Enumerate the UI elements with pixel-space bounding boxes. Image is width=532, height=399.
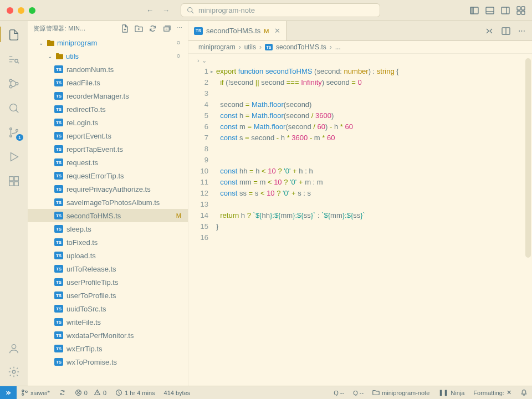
compare-changes-icon[interactable] [485,27,494,35]
file-label: reLogin.ts [66,119,98,127]
svg-point-18 [10,104,17,111]
debug-view-icon[interactable] [8,151,20,163]
command-center[interactable]: miniprogram-note [181,3,380,17]
minimize-window-button[interactable] [18,7,24,14]
file-item[interactable]: TSwxErrTip.ts [28,342,188,355]
file-item[interactable]: TSrequest.ts [28,156,188,169]
editor-area: TS secondToHMS.ts M ✕ ⋯ miniprogram › ut… [188,21,532,386]
file-item[interactable]: TSuuidToSrc.ts [28,302,188,315]
scm-branch-icon[interactable]: 1 [8,126,20,139]
accounts-icon[interactable] [8,342,20,355]
svg-rect-26 [9,182,13,186]
file-item[interactable]: TSreportEvent.ts [28,129,188,142]
file-label: uuidToSrc.ts [66,305,106,313]
file-item[interactable]: TSrecorderManager.ts [28,89,188,103]
collapse-all-icon[interactable] [162,24,171,33]
q-status-1[interactable]: Q -- [329,389,349,396]
breadcrumb-part[interactable]: secondToHMS.ts [276,43,326,51]
source-control-view-icon[interactable] [8,78,20,90]
svg-point-17 [16,83,18,85]
more-actions-icon[interactable]: ⋯ [518,27,525,35]
file-item[interactable]: TSurlToRelease.ts [28,262,188,275]
svg-point-16 [9,85,12,88]
search-files-icon[interactable] [8,102,20,114]
file-item[interactable]: TSreportTapEvent.ts [28,142,188,156]
svg-point-21 [10,135,12,137]
more-icon[interactable]: ⋯ [176,24,182,33]
layout-right-icon[interactable] [501,6,510,15]
close-window-button[interactable] [7,7,13,14]
typescript-file-icon: TS [54,92,63,100]
time-tracking-status[interactable]: 1 hr 4 mins [111,389,159,396]
close-tab-icon[interactable]: ✕ [274,27,280,35]
formatting-status[interactable]: Formatting: ✕ [469,389,516,396]
code-editor[interactable]: › ⌄ 12345678910111213141516 ▸export func… [188,54,532,386]
file-item[interactable]: TSsaveImageToPhotosAlbum.ts [28,196,188,209]
file-label: wxToPromise.ts [66,358,117,366]
tab-secondtohms[interactable]: TS secondToHMS.ts M ✕ [188,21,287,40]
file-item[interactable]: TSrandomNum.ts [28,63,188,76]
file-item[interactable]: TStoFixed.ts [28,236,188,249]
layout-customize-icon[interactable] [516,6,525,15]
extensions-view-icon[interactable] [8,175,20,187]
file-item[interactable]: TSrequirePrivacyAuthorize.ts [28,182,188,196]
refresh-icon[interactable] [149,24,157,33]
breadcrumb-part[interactable]: utils [244,43,256,51]
file-item[interactable]: TSrequestErrorTip.ts [28,169,188,182]
fold-indicator-icon[interactable]: ▸ [211,66,213,77]
new-file-icon[interactable] [121,24,129,33]
breadcrumbs[interactable]: miniprogram › utils › TS secondToHMS.ts … [188,41,532,54]
problems-status[interactable]: 0 0 [70,389,111,396]
search-view-icon[interactable] [8,53,20,65]
vertical-scrollbar[interactable] [525,58,531,258]
folder-utils[interactable]: ⌄ utils [28,49,188,63]
titlebar: ← → miniprogram-note [0,0,532,21]
layout-bottom-icon[interactable] [485,6,494,15]
svg-rect-11 [517,11,520,14]
folder-miniprogram[interactable]: ⌄ miniprogram [28,36,188,49]
layout-left-icon[interactable] [470,6,479,15]
ninja-status[interactable]: ❚❚ Ninja [434,389,469,396]
file-item[interactable]: TSwriteFile.ts [28,315,188,329]
sync-status[interactable] [54,389,70,396]
new-folder-icon[interactable] [135,24,143,33]
notifications-icon[interactable] [516,389,532,396]
file-item[interactable]: TSupload.ts [28,249,188,262]
file-tree[interactable]: ⌄ miniprogram ⌄ utils TSrandomNum.tsTSre… [28,36,188,386]
file-item[interactable]: TSuserProfileTip.ts [28,275,188,289]
file-label: recorderManager.ts [66,92,129,100]
file-item[interactable]: TSreLogin.ts [28,116,188,129]
scm-badge: 1 [16,134,23,141]
file-item[interactable]: TSwxToPromise.ts [28,355,188,369]
breadcrumb-more[interactable]: ... [335,43,341,51]
svg-point-15 [9,79,12,82]
typescript-file-icon: TS [54,331,63,339]
explorer-view-icon[interactable] [8,29,20,41]
file-item[interactable]: TSwxdataPerfMonitor.ts [28,329,188,342]
typescript-file-icon: TS [194,27,203,35]
file-size-status[interactable]: 414 bytes [160,390,195,396]
remote-indicator[interactable] [0,386,17,399]
typescript-file-icon: TS [54,305,63,313]
nav-forward-button[interactable]: → [162,6,170,14]
maximize-window-button[interactable] [29,7,35,14]
code-content[interactable]: ▸export function secondToHMS (second: nu… [216,54,532,386]
file-item[interactable]: TSreadFile.ts [28,76,188,89]
project-status[interactable]: miniprogram-note [368,389,434,396]
split-editor-icon[interactable] [502,27,510,35]
file-item[interactable]: TSredirectTo.ts [28,103,188,116]
chevron-right-icon[interactable]: › [197,55,200,66]
chevron-down-icon[interactable]: ⌄ [202,55,207,66]
file-item[interactable]: TSsecondToHMS.tsM [28,209,188,222]
svg-rect-12 [521,11,525,14]
nav-back-button[interactable]: ← [146,6,154,14]
chevron-right-icon: › [259,43,262,51]
file-item[interactable]: TSsleep.ts [28,222,188,236]
q-status-2[interactable]: Q -- [349,389,368,396]
breadcrumb-part[interactable]: miniprogram [198,43,236,51]
typescript-file-icon: TS [54,291,63,299]
git-branch-status[interactable]: xiawei* [17,389,54,396]
typescript-file-icon: TS [54,345,63,352]
settings-gear-icon[interactable] [8,366,20,378]
file-item[interactable]: TSuserToProfile.ts [28,289,188,302]
